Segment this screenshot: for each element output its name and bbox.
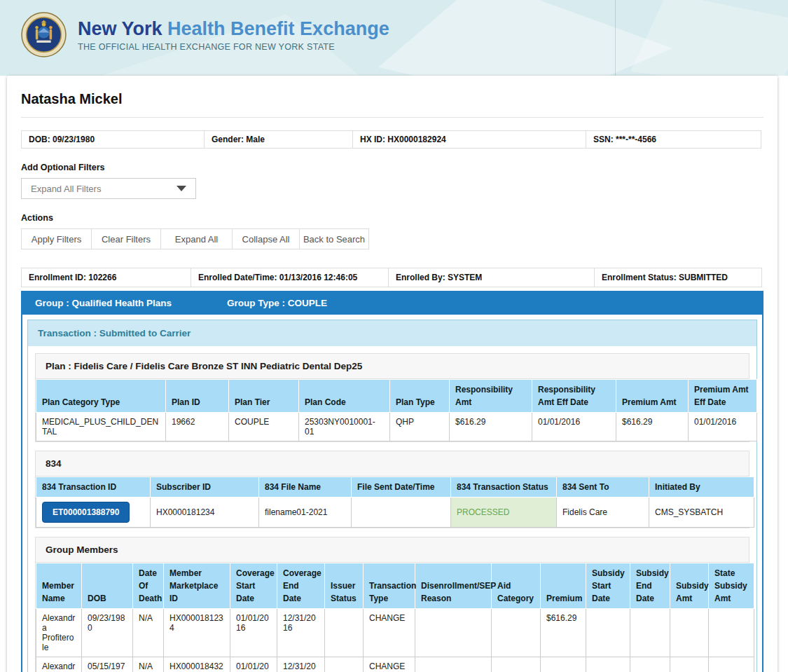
group-section: Group : Qualified Health Plans Group Typ…	[21, 291, 763, 672]
content-card: Natasha Mickel DOB: 09/23/1980 Gender: M…	[7, 76, 777, 672]
t834-cell-file-name: filename01-2021	[259, 498, 352, 528]
member-disenrollment-reason	[415, 609, 492, 657]
members-col-header: Subsidy Start Date	[586, 563, 630, 609]
actions-label: Actions	[21, 213, 763, 223]
plan-col-header: Plan Category Type	[36, 380, 166, 413]
plan-cell-premium-amt: $616.29	[616, 413, 689, 441]
group-name: Group : Qualified Health Plans	[35, 298, 227, 308]
t834-col-header: 834 File Name	[259, 477, 352, 498]
member-coverage-end: 12/31/2016	[277, 609, 325, 657]
member-marketplace-id: HX0000181234	[164, 609, 230, 657]
members-col-header: Premium	[541, 563, 586, 609]
enrollment-id-link[interactable]: Enrollment ID: 102266	[21, 268, 191, 287]
members-col-header: Coverage Start Date	[230, 563, 277, 609]
t834-col-header: Initiated By	[649, 477, 754, 498]
t834-table: 834 Transaction ID Subscriber ID 834 Fil…	[36, 476, 754, 528]
t834-title: 834	[36, 451, 749, 476]
transaction-id-button[interactable]: ET000001388790	[42, 502, 130, 523]
member-state-subsidy-amt	[709, 657, 754, 672]
plan-cell-responsibility-eff-date: 01/01/2016	[532, 413, 616, 441]
enrollment-info-row: Enrollment ID: 102266 Enrolled Date/Time…	[21, 268, 763, 287]
divider	[21, 117, 763, 118]
enrollment-status: Enrollment Status: SUBMITTED	[594, 268, 762, 287]
member-dob: 09/23/1980	[82, 609, 133, 657]
t834-col-header: 834 Transaction Status	[451, 477, 557, 498]
plan-cell-id: 19662	[166, 413, 229, 441]
site-title-primary: New York	[78, 18, 163, 39]
members-col-header: Coverage End Date	[277, 563, 325, 609]
members-col-header: Date Of Death	[133, 563, 164, 609]
chevron-down-icon	[177, 186, 186, 191]
member-coverage-start: 01/01/2016	[230, 609, 277, 657]
plan-section: Plan : Fidelis Care / Fidelis Care Bronz…	[35, 353, 749, 442]
member-subsidy-start	[586, 657, 630, 672]
member-date-of-death: N/A	[133, 657, 164, 672]
plan-table-header-row: Plan Category Type Plan ID Plan Tier Pla…	[36, 380, 757, 413]
apply-filters-button[interactable]: Apply Filters	[21, 228, 92, 249]
plan-cell-code: 25303NY0010001-01	[299, 413, 390, 441]
members-col-header: Member Marketplace ID	[164, 563, 230, 609]
members-col-header: Aid Category	[492, 563, 541, 609]
t834-cell-sent-to: Fidelis Care	[557, 498, 649, 528]
page-title: Natasha Mickel	[21, 91, 763, 107]
transaction-section: Transaction : Submitted to Carrier Plan …	[27, 320, 757, 672]
expand-all-button[interactable]: Expand All	[160, 228, 233, 249]
t834-table-row: ET000001388790 HX0000181234 filename01-2…	[36, 498, 754, 528]
member-subsidy-amt	[670, 609, 709, 657]
enrollment-datetime: Enrolled Date/Time: 01/13/2016 12:46:05	[191, 268, 389, 287]
member-issuer-status	[325, 609, 364, 657]
plan-col-header: Responsibility Amt	[450, 380, 532, 413]
transaction-header: Transaction : Submitted to Carrier	[28, 320, 756, 346]
t834-status-badge: PROCESSED	[451, 498, 557, 528]
member-date-of-death: N/A	[133, 609, 164, 657]
member-subsidy-end	[630, 657, 670, 672]
member-row: Alexandra Profiterole 05/15/1978 N/A HX0…	[36, 657, 754, 672]
t834-cell-subscriber-id: HX0000181234	[151, 498, 259, 528]
member-premium	[541, 657, 586, 672]
t834-cell-initiated-by: CMS_SYSBATCH	[649, 498, 754, 528]
t834-col-header: 834 Transaction ID	[36, 477, 151, 498]
patient-info-row: DOB: 09/23/1980 Gender: Male HX ID: HX00…	[21, 130, 763, 149]
members-col-header: Subsidy Amt	[670, 563, 709, 609]
member-transaction-type: CHANGE	[364, 657, 415, 672]
group-members-table: Member Name DOB Date Of Death Member Mar…	[36, 563, 754, 672]
plan-cell-premium-eff-date: 01/01/2016	[689, 413, 757, 441]
plan-cell-tier: COUPLE	[229, 413, 299, 441]
member-subsidy-amt	[670, 657, 709, 672]
plan-table-row: MEDICAL_PLUS_CHILD_DENTAL 19662 COUPLE 2…	[36, 413, 757, 441]
group-type: Group Type : COUPLE	[227, 298, 327, 308]
member-subsidy-end	[630, 609, 670, 657]
filters-dropdown[interactable]: Expand All Filters	[21, 178, 196, 199]
plan-title: Plan : Fidelis Care / Fidelis Care Bronz…	[36, 354, 749, 379]
member-aid-category	[492, 657, 541, 672]
members-col-header: Member Name	[36, 563, 82, 609]
plan-col-header: Premium Amt Eff Date	[689, 380, 757, 413]
member-transaction-type: CHANGE	[364, 609, 415, 657]
member-row: Alexandra Profiterole 09/23/1980 N/A HX0…	[36, 609, 754, 657]
enrollment-by: Enrolled By: SYSTEM	[388, 268, 595, 287]
members-col-header: DOB	[82, 563, 133, 609]
member-name: Alexandra Profiterole	[36, 657, 82, 672]
plan-cell-category: MEDICAL_PLUS_CHILD_DENTAL	[36, 413, 166, 441]
actions-row: Apply Filters Clear Filters Expand All C…	[21, 228, 763, 249]
back-to-search-button[interactable]: Back to Search	[299, 228, 369, 249]
group-header-bar: Group : Qualified Health Plans Group Typ…	[21, 291, 763, 315]
plan-col-header: Plan Code	[299, 380, 390, 413]
member-aid-category	[492, 609, 541, 657]
member-issuer-status	[325, 657, 364, 672]
member-dob: 05/15/1978	[82, 657, 133, 672]
t834-cell-transaction-id: ET000001388790	[36, 498, 151, 528]
patient-gender: Gender: Male	[204, 130, 353, 149]
banner-decoration	[378, 0, 672, 76]
clear-filters-button[interactable]: Clear Filters	[91, 228, 161, 249]
t834-col-header: 834 Sent To	[557, 477, 649, 498]
plan-cell-type: QHP	[390, 413, 450, 441]
plan-table: Plan Category Type Plan ID Plan Tier Pla…	[36, 379, 757, 441]
group-body: Transaction : Submitted to Carrier Plan …	[21, 315, 763, 672]
plan-col-header: Responsibility Amt Eff Date	[532, 380, 616, 413]
patient-hx-id: HX ID: HX0000182924	[352, 130, 586, 149]
filters-dropdown-value: Expand All Filters	[31, 184, 101, 194]
banner-decoration	[630, 0, 788, 76]
collapse-all-button[interactable]: Collapse All	[232, 228, 300, 249]
t834-table-header-row: 834 Transaction ID Subscriber ID 834 Fil…	[36, 477, 754, 498]
